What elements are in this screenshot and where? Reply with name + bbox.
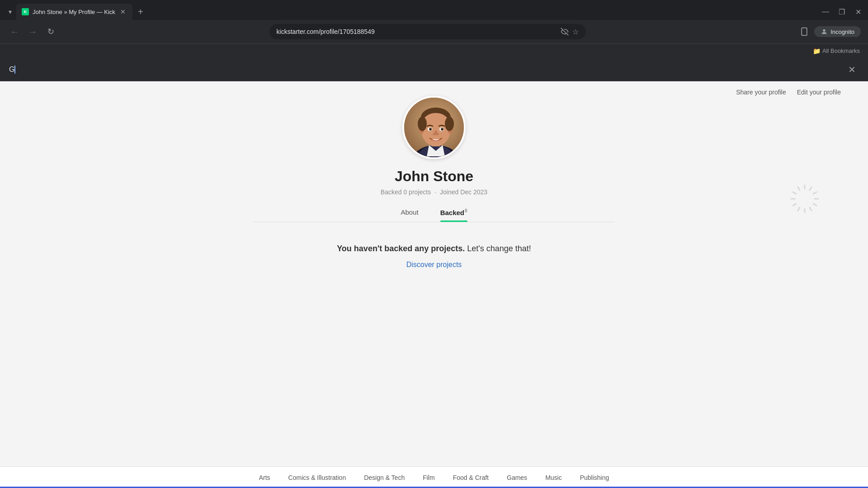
meta-separator: · <box>434 188 436 196</box>
svg-point-27 <box>441 128 443 131</box>
incognito-button[interactable]: Incognito <box>814 26 861 37</box>
eye-off-icon[interactable] <box>561 28 569 36</box>
window-controls: — ❐ ✕ <box>819 5 864 18</box>
right-toolbar: Incognito <box>797 24 861 39</box>
svg-point-3 <box>823 29 826 32</box>
tab-backed-badge: 0 <box>465 208 467 213</box>
svg-rect-1 <box>802 28 807 36</box>
tab-dropdown-button[interactable]: ▾ <box>4 5 16 18</box>
profile-meta: Backed 0 projects · Joined Dec 2023 <box>381 188 487 196</box>
svg-line-6 <box>813 192 816 194</box>
backed-empty-text: You haven't backed any projects. Let's c… <box>337 244 531 253</box>
minimize-button[interactable]: — <box>819 5 832 18</box>
footer-nav-comics[interactable]: Comics & Illustration <box>288 474 346 487</box>
svg-line-9 <box>810 207 811 211</box>
search-input-container[interactable]: G <box>9 66 839 74</box>
maximize-button[interactable]: ❐ <box>835 5 848 18</box>
share-profile-link[interactable]: Share your profile <box>736 89 786 96</box>
tab-backed[interactable]: Backed0 <box>440 208 467 222</box>
tab-title: John Stone » My Profile — Kick <box>33 9 115 15</box>
tab-about-label: About <box>401 208 418 216</box>
footer-nav-games[interactable]: Games <box>507 474 527 487</box>
tabs-divider <box>253 222 615 222</box>
tablet-view-icon[interactable] <box>797 24 811 39</box>
address-text: kickstarter.com/profile/1705188549 <box>277 28 557 35</box>
footer-nav-music[interactable]: Music <box>545 474 562 487</box>
footer-nav: Arts Comics & Illustration Design & Tech… <box>0 466 868 488</box>
footer-nav-publishing[interactable]: Publishing <box>580 474 609 487</box>
address-input-container[interactable]: kickstarter.com/profile/1705188549 ☆ <box>61 24 793 39</box>
profile-actions: Share your profile Edit your profile <box>736 89 841 96</box>
profile-name: John Stone <box>395 168 473 185</box>
forward-button[interactable]: → <box>25 24 40 39</box>
discover-projects-link[interactable]: Discover projects <box>337 261 531 269</box>
backed-empty-rest: Let's change that! <box>465 244 531 253</box>
bookmark-item[interactable]: 📁 All Bookmarks <box>810 47 863 56</box>
edit-profile-link[interactable]: Edit your profile <box>797 89 841 96</box>
profile-tabs: About Backed0 <box>401 208 467 222</box>
new-tab-button[interactable]: + <box>134 5 147 18</box>
footer-nav-arts[interactable]: Arts <box>259 474 270 487</box>
footer-nav-items: Arts Comics & Illustration Design & Tech… <box>0 467 868 487</box>
backed-count: Backed 0 projects <box>381 188 431 196</box>
svg-point-31 <box>445 117 454 131</box>
svg-line-8 <box>813 204 816 206</box>
back-button[interactable]: ← <box>7 24 22 39</box>
svg-line-14 <box>793 192 796 194</box>
footer-nav-film[interactable]: Film <box>423 474 434 487</box>
svg-line-15 <box>798 187 800 190</box>
search-bar-overlay: G ✕ <box>0 58 868 81</box>
search-text: G <box>9 66 14 74</box>
refresh-button[interactable]: ↻ <box>43 24 58 39</box>
tab-about[interactable]: About <box>401 208 418 222</box>
backed-empty-bold: You haven't backed any projects. <box>337 244 465 253</box>
close-window-button[interactable]: ✕ <box>852 5 864 18</box>
tab-close-button[interactable]: ✕ <box>119 8 127 16</box>
incognito-label: Incognito <box>830 28 854 35</box>
tab-bar: ▾ K John Stone » My Profile — Kick ✕ + —… <box>0 0 868 20</box>
tab-backed-label: Backed <box>440 209 464 216</box>
address-bar-row: ← → ↻ kickstarter.com/profile/1705188549… <box>0 20 868 43</box>
joined-date: Joined Dec 2023 <box>440 188 487 196</box>
search-cursor <box>14 66 15 74</box>
tab-favicon: K <box>22 8 29 15</box>
browser-chrome: ▾ K John Stone » My Profile — Kick ✕ + —… <box>0 0 868 81</box>
profile-center: John Stone Backed 0 projects · Joined De… <box>0 81 868 269</box>
footer-nav-design[interactable]: Design & Tech <box>364 474 405 487</box>
folder-icon: 📁 <box>813 47 821 55</box>
svg-line-12 <box>793 204 796 206</box>
svg-line-5 <box>810 187 811 190</box>
avatar <box>402 96 466 159</box>
backed-empty: You haven't backed any projects. Let's c… <box>337 244 531 269</box>
svg-point-26 <box>429 128 432 131</box>
bookmark-icon[interactable]: ☆ <box>572 28 579 36</box>
svg-point-30 <box>418 117 427 131</box>
search-close-button[interactable]: ✕ <box>844 62 859 77</box>
spinner-decoration <box>787 181 823 219</box>
footer-nav-food[interactable]: Food & Craft <box>453 474 489 487</box>
bookmarks-bar: 📁 All Bookmarks <box>0 43 868 58</box>
address-input[interactable]: kickstarter.com/profile/1705188549 ☆ <box>269 24 586 39</box>
svg-line-11 <box>798 207 800 211</box>
bookmarks-label: All Bookmarks <box>822 47 860 54</box>
active-tab[interactable]: K John Stone » My Profile — Kick ✕ <box>16 4 132 20</box>
page-content: Share your profile Edit your profile <box>0 81 868 488</box>
